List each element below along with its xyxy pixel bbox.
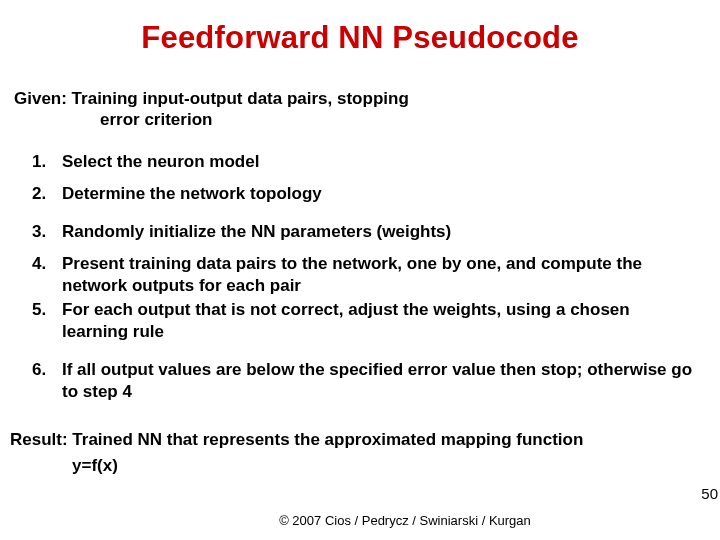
result-line1: Result: Trained NN that represents the a… [10, 430, 583, 449]
step-5-num: 5. [32, 299, 62, 343]
given-line2: error criterion [100, 109, 720, 130]
steps-list: 1. Select the neuron model 2. Determine … [32, 151, 720, 404]
step-4-num: 4. [32, 253, 62, 297]
step-5: 5. For each output that is not correct, … [32, 299, 720, 343]
copyright-text: © 2007 Cios / Pedrycz / Swiniarski / Kur… [0, 513, 720, 528]
result-line2: y=f(x) [72, 453, 720, 479]
step-4-text: Present training data pairs to the netwo… [62, 253, 720, 297]
given-line1: Given: Training input-output data pairs,… [14, 89, 409, 108]
step-6-text: If all output values are below the speci… [62, 359, 720, 403]
step-1: 1. Select the neuron model [32, 151, 720, 173]
step-5-text: For each output that is not correct, adj… [62, 299, 720, 343]
step-1-num: 1. [32, 151, 62, 173]
step-2-text: Determine the network topology [62, 183, 342, 205]
slide: Feedforward NN Pseudocode Given: Trainin… [0, 0, 720, 540]
step-3-num: 3. [32, 221, 62, 243]
step-2: 2. Determine the network topology [32, 183, 720, 205]
step-6: 6. If all output values are below the sp… [32, 359, 720, 403]
page-number: 50 [701, 485, 718, 502]
step-1-text: Select the neuron model [62, 151, 279, 173]
slide-title: Feedforward NN Pseudocode [0, 0, 720, 56]
result-block: Result: Trained NN that represents the a… [10, 427, 720, 478]
step-3: 3. Randomly initialize the NN parameters… [32, 221, 720, 243]
given-block: Given: Training input-output data pairs,… [14, 88, 720, 131]
step-4: 4. Present training data pairs to the ne… [32, 253, 720, 297]
step-2-num: 2. [32, 183, 62, 205]
step-6-num: 6. [32, 359, 62, 403]
step-3-text: Randomly initialize the NN parameters (w… [62, 221, 471, 243]
